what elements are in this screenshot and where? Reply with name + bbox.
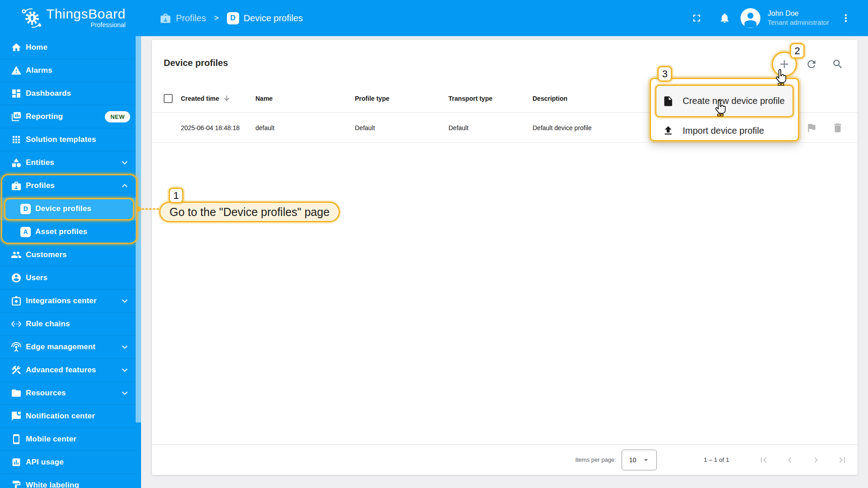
folder-icon [11, 388, 22, 399]
column-label: Profile type [355, 95, 389, 102]
sidebar-item-asset-profiles[interactable]: A Asset profiles [0, 221, 137, 244]
sidebar-item-white-labeling[interactable]: White labeling [0, 474, 137, 488]
add-device-profile-button[interactable] [778, 57, 791, 71]
previous-page-icon[interactable] [784, 455, 795, 465]
notifications-bell-icon[interactable] [719, 12, 731, 24]
breadcrumb-current: D Device profiles [227, 12, 303, 24]
paint-roller-icon [11, 480, 22, 488]
column-header-profile-type[interactable]: Profile type [355, 95, 448, 102]
device-profiles-chip-icon: D [20, 204, 31, 214]
account-circle-icon [11, 272, 22, 283]
next-page-icon[interactable] [811, 455, 821, 465]
last-page-icon[interactable] [837, 455, 848, 465]
sidebar-item-label: Edge management [26, 343, 95, 352]
page-size-select[interactable]: 10 [622, 450, 657, 470]
menu-item-label: Create new device profile [683, 96, 785, 106]
sidebar-item-alarms[interactable]: Alarms [0, 59, 137, 82]
device-profile-chip-icon: D [227, 12, 239, 24]
sidebar-item-home[interactable]: Home [0, 36, 137, 59]
home-icon [11, 42, 22, 53]
select-all-checkbox[interactable] [164, 94, 173, 103]
sidebar-item-resources[interactable]: Resources [0, 382, 137, 405]
sidebar-item-label: Mobile center [26, 435, 76, 444]
tutorial-connector-dot [136, 206, 141, 211]
sidebar-scrollbar-thumb[interactable] [136, 36, 141, 422]
column-label: Description [533, 95, 567, 102]
badge-icon [160, 12, 171, 24]
menu-item-create-new-device-profile[interactable]: Create new device profile [655, 84, 794, 117]
chevron-down-icon [119, 365, 130, 375]
user-info[interactable]: John Doe Tenant administrator [768, 9, 829, 27]
sidebar-item-label: Device profiles [35, 204, 91, 213]
breadcrumb-current-label: Device profiles [244, 13, 303, 23]
chevron-down-icon [119, 388, 130, 399]
sidebar-item-rule-chains[interactable]: Rule chains [0, 313, 137, 336]
column-label: Transport type [448, 95, 492, 102]
breadcrumb-profiles-link[interactable]: Profiles [160, 12, 206, 24]
column-header-name[interactable]: Name [255, 95, 355, 102]
sidebar-item-label: Integrations center [26, 296, 97, 305]
sort-arrow-down-icon [223, 94, 231, 102]
app-subtitle: Professional [46, 21, 126, 28]
column-header-created-time[interactable]: Created time [181, 94, 255, 102]
page-range-label: 1 – 1 of 1 [704, 456, 729, 463]
chevron-down-icon [119, 296, 130, 306]
app-logo[interactable]: ThingsBoard Professional [20, 6, 126, 29]
items-per-page-label: Items per page: [575, 456, 616, 463]
sidebar-item-customers[interactable]: Customers [0, 244, 137, 267]
sidebar-item-notification-center[interactable]: Notification center [0, 405, 137, 428]
sidebar-item-label: Resources [26, 389, 66, 398]
sidebar-item-entities[interactable]: Entities [0, 151, 137, 174]
category-icon [11, 157, 22, 168]
sidebar-item-solution-templates[interactable]: Solution templates [0, 128, 137, 151]
sidebar-item-label: Dashboards [26, 89, 71, 98]
sidebar-item-users[interactable]: Users [0, 267, 137, 290]
more-vert-icon[interactable] [840, 12, 852, 24]
sidebar-item-reporting[interactable]: Reporting NEW [0, 105, 137, 128]
sidebar-item-label: Rule chains [26, 319, 70, 328]
person-icon [741, 11, 760, 28]
sidebar-item-label: API usage [26, 458, 64, 467]
column-header-transport-type[interactable]: Transport type [448, 95, 533, 102]
dashboard-icon [11, 88, 22, 99]
breadcrumb: Profiles > D Device profiles [160, 0, 303, 36]
sidebar-item-label: Home [26, 43, 47, 52]
sidebar-item-label: Customers [26, 250, 67, 259]
page-size-value: 10 [629, 456, 637, 464]
add-device-profile-menu: Create new device profile Import device … [650, 78, 799, 141]
sidebar-item-api-usage[interactable]: API usage [0, 451, 137, 474]
sidebar-nav: Home Alarms Dashboards Reporting NEW Sol… [0, 36, 141, 488]
apps-grid-icon [11, 134, 22, 145]
sidebar-item-profiles[interactable]: Profiles [0, 174, 137, 197]
asset-profiles-chip-icon: A [20, 227, 31, 237]
sidebar-item-label: Reporting [26, 112, 63, 121]
first-page-icon[interactable] [758, 455, 769, 465]
fullscreen-icon[interactable] [691, 12, 703, 24]
sidebar-item-integrations-center[interactable]: Integrations center [0, 290, 137, 313]
sidebar-item-label: White labeling [26, 481, 79, 488]
user-avatar[interactable] [741, 8, 760, 28]
delete-icon[interactable] [832, 122, 844, 134]
search-icon[interactable] [832, 58, 844, 70]
cell-name: default [255, 124, 355, 131]
app-title: ThingsBoard [46, 7, 126, 21]
sidebar-item-dashboards[interactable]: Dashboards [0, 82, 137, 105]
refresh-icon[interactable] [806, 58, 817, 70]
sidebar-item-label: Solution templates [26, 135, 96, 144]
set-default-flag-icon[interactable] [806, 122, 817, 134]
chevron-down-icon [119, 157, 130, 168]
badge-icon [11, 180, 22, 191]
column-label: Name [255, 95, 273, 102]
logo-text: ThingsBoard Professional [46, 7, 126, 28]
sidebar-item-advanced-features[interactable]: Advanced features [0, 359, 137, 382]
ethernet-icon [11, 319, 22, 329]
cell-created-time: 2025-06-04 18:48:18 [181, 124, 255, 131]
menu-item-import-device-profile[interactable]: Import device profile [656, 121, 793, 141]
sidebar-item-edge-management[interactable]: Edge management [0, 336, 137, 359]
tutorial-step-3-badge: 3 [657, 66, 672, 82]
thingsboard-logo-icon [20, 6, 42, 29]
report-icon [11, 111, 22, 122]
sidebar-item-mobile-center[interactable]: Mobile center [0, 428, 137, 451]
sidebar-item-device-profiles[interactable]: D Device profiles [0, 197, 137, 221]
sidebar-item-label: Entities [26, 158, 54, 167]
